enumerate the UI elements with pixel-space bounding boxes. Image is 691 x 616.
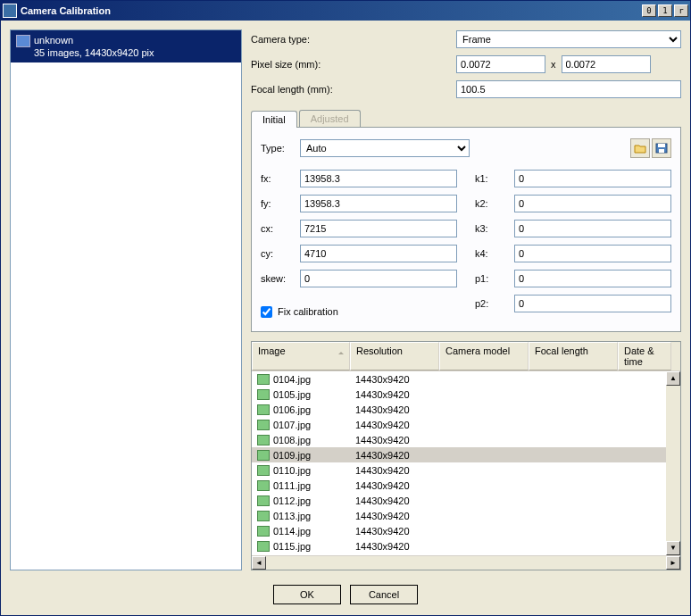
svg-rect-2 [659,149,664,153]
maximize-button[interactable]: 1 [658,4,672,17]
minimize-button[interactable]: 0 [642,4,656,17]
image-name: 0105.jpg [273,389,311,400]
image-icon [257,450,270,461]
image-icon [257,480,270,491]
pixel-size-label: Pixel size (mm): [251,59,456,70]
image-icon [257,420,270,430]
resolution-cell: 14430x9420 [350,465,439,476]
focal-length-label: Focal length (mm): [251,84,456,95]
image-icon [257,435,270,445]
table-row[interactable]: 0110.jpg14430x9420 [252,462,680,478]
col-resolution-header[interactable]: Resolution [350,342,439,370]
p1-label: p1: [475,273,514,284]
p2-label: p2: [475,298,514,309]
col-camera-model-header[interactable]: Camera model [439,342,529,370]
image-icon [257,526,270,537]
cy-label: cy: [261,248,300,259]
table-row[interactable]: 0106.jpg14430x9420 [252,402,680,417]
image-name: 0112.jpg [273,495,311,506]
pixel-sep-label: x [551,59,556,70]
camera-type-select[interactable]: Frame [456,30,681,48]
fix-calibration-label: Fix calibration [278,306,338,317]
horizontal-scrollbar[interactable]: ◄► [252,555,680,570]
p1-input[interactable] [514,270,671,287]
image-icon [257,465,270,476]
close-button[interactable]: r [674,4,688,17]
resolution-cell: 14430x9420 [350,511,439,521]
k3-input[interactable] [514,220,671,237]
tab-initial[interactable]: Initial [251,111,297,128]
resolution-cell: 14430x9420 [350,480,439,491]
fx-input[interactable] [300,170,457,187]
ok-button[interactable]: OK [273,585,341,604]
skew-input[interactable] [300,270,457,287]
image-name: 0107.jpg [273,420,311,430]
titlebar[interactable]: Camera Calibration 0 1 r [1,1,690,21]
cx-input[interactable] [300,220,457,237]
image-icon [257,374,270,385]
image-name: 0106.jpg [273,404,311,415]
vertical-scrollbar[interactable]: ▲▼ [666,371,680,555]
table-row[interactable]: 0105.jpg14430x9420 [252,387,680,402]
open-icon[interactable] [630,138,650,158]
p2-input[interactable] [514,295,671,312]
camera-type-label: Camera type: [251,34,456,45]
table-row[interactable]: 0114.jpg14430x9420 [252,523,680,538]
table-row[interactable]: 0115.jpg14430x9420 [252,538,680,554]
resolution-cell: 14430x9420 [350,526,439,537]
camera-list[interactable]: unknown 35 images, 14430x9420 pix [10,29,242,570]
camera-list-item[interactable]: unknown 35 images, 14430x9420 pix [11,30,241,62]
k1-label: k1: [475,173,514,184]
resolution-cell: 14430x9420 [350,389,439,400]
table-row[interactable]: 0109.jpg14430x9420 [252,447,680,462]
cx-label: cx: [261,223,300,234]
image-name: 0111.jpg [273,480,311,491]
resolution-cell: 14430x9420 [350,404,439,415]
resolution-cell: 14430x9420 [350,420,439,430]
tab-adjusted[interactable]: Adjusted [299,110,361,127]
cy-input[interactable] [300,245,457,262]
camera-info: 35 images, 14430x9420 pix [34,46,154,59]
table-row[interactable]: 0111.jpg14430x9420 [252,478,680,493]
resolution-cell: 14430x9420 [350,374,439,385]
skew-label: skew: [261,273,300,284]
table-row[interactable]: 0107.jpg14430x9420 [252,417,680,432]
image-name: 0113.jpg [273,511,311,521]
table-row[interactable]: 0104.jpg14430x9420 [252,371,680,387]
image-name: 0110.jpg [273,465,311,476]
image-icon [257,404,270,415]
col-focal-length-header[interactable]: Focal length [529,342,618,370]
resolution-cell: 14430x9420 [350,450,439,461]
app-icon [3,4,17,18]
cancel-button[interactable]: Cancel [350,585,418,604]
save-icon[interactable] [652,138,671,158]
image-icon [257,541,270,552]
k2-input[interactable] [514,195,671,212]
k4-input[interactable] [514,245,671,262]
image-name: 0109.jpg [273,450,311,461]
resolution-cell: 14430x9420 [350,541,439,552]
k1-input[interactable] [514,170,671,187]
image-name: 0114.jpg [273,526,311,537]
table-row[interactable]: 0113.jpg14430x9420 [252,508,680,523]
col-date-time-header[interactable]: Date & time [618,342,671,370]
camera-name: unknown [34,34,154,46]
image-icon [257,511,270,521]
type-select[interactable]: Auto [300,139,470,157]
table-row[interactable]: 0108.jpg14430x9420 [252,432,680,447]
pixel-width-input[interactable] [456,55,545,73]
image-name: 0115.jpg [273,541,311,552]
image-table[interactable]: Image Resolution Camera model Focal leng… [251,341,681,570]
resolution-cell: 14430x9420 [350,435,439,445]
image-name: 0104.jpg [273,374,311,385]
fix-calibration-checkbox[interactable] [261,306,272,318]
focal-length-input[interactable] [456,80,681,98]
type-label: Type: [261,143,300,154]
resolution-cell: 14430x9420 [350,495,439,506]
k2-label: k2: [475,198,514,209]
fy-input[interactable] [300,195,457,212]
pixel-height-input[interactable] [562,55,651,73]
table-row[interactable]: 0112.jpg14430x9420 [252,493,680,508]
svg-rect-1 [658,144,665,147]
col-image-header[interactable]: Image [252,342,350,370]
